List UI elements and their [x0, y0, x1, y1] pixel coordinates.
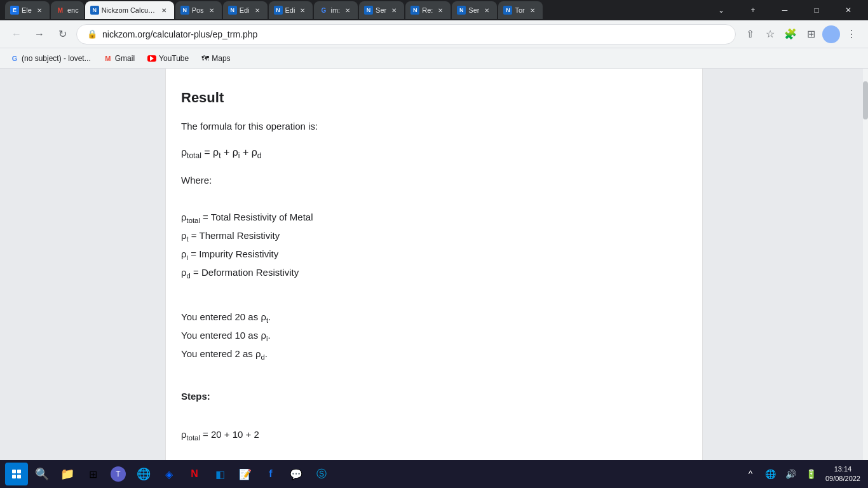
def-sub-total: total [187, 217, 200, 224]
menu-icon[interactable]: ⋮ [843, 25, 860, 43]
tab-close-pos[interactable]: ✕ [207, 5, 217, 15]
tab-nickzom[interactable]: N Nickzom Calculator ✕ [85, 1, 174, 19]
share-icon[interactable]: ⇧ [741, 25, 759, 43]
maximize-button[interactable]: □ [802, 0, 831, 20]
result-heading: Result [181, 86, 687, 109]
toolbar-icons: ⇧ ☆ 🧩 ⊞ ⋮ [741, 25, 860, 43]
def-deformation: ρd = Deformation Resistivity [181, 264, 687, 282]
formula-intro: The formula for this operation is: [181, 119, 687, 134]
profile-avatar[interactable] [822, 25, 840, 43]
entered-pd: You entered 2 as ρd. [181, 345, 687, 363]
tab-close-res[interactable]: ✕ [435, 5, 445, 15]
tab-favicon-tor: N [503, 6, 512, 15]
tab-favicon-res: N [410, 6, 419, 15]
bookmark-maps[interactable]: 🗺 Maps [196, 53, 235, 64]
formula-sub-i: i [238, 151, 240, 160]
bookmark-youtube[interactable]: YouTube [142, 53, 194, 64]
tab-favicon-n: N [90, 6, 99, 15]
tab-title-tor: Tor [515, 6, 524, 14]
split-screen-icon[interactable]: ⊞ [802, 25, 820, 43]
google-favicon: G [10, 54, 19, 63]
tab-close-n[interactable]: ✕ [159, 5, 169, 15]
back-button[interactable]: ← [8, 25, 25, 43]
tab-close-ser[interactable]: ✕ [389, 5, 399, 15]
steps-label: Steps: [181, 389, 687, 404]
forward-button[interactable]: → [31, 25, 48, 43]
star-icon[interactable]: ☆ [761, 25, 779, 43]
maps-favicon: 🗺 [201, 54, 209, 63]
tab-title-n: Nickzom Calculator [102, 6, 156, 14]
tab-enc[interactable]: M enc [51, 1, 84, 19]
calc-sub-total: total [187, 434, 200, 442]
tab-close-ele[interactable]: ✕ [34, 5, 44, 15]
calc-line: ρtotal = 20 + 10 + 2 [181, 427, 687, 444]
bookmark-label-maps: Maps [212, 54, 230, 63]
bookmark-label-gmail: Gmail [115, 54, 135, 63]
scrollbar-thumb[interactable] [863, 81, 868, 119]
entered-sub-d: d [261, 353, 265, 361]
window-controls: ⌄ + ─ □ ✕ [707, 0, 863, 20]
right-margin [785, 69, 868, 460]
chevron-down-button[interactable]: ⌄ [707, 0, 736, 20]
tab-title-edi2: Edi [285, 6, 295, 14]
tab-favicon-ele: E [10, 6, 19, 15]
lock-icon: 🔒 [87, 29, 97, 39]
entered-sub-t: t [266, 316, 268, 324]
bookmark-label-no-subject: (no subject) - lovet... [22, 54, 91, 63]
def-thermal: ρt = Thermal Resistivity [181, 227, 687, 245]
tab-favicon-enc: M [56, 6, 65, 15]
address-bar: ← → ↻ 🔒 nickzom.org/calculator-plus/ep_t… [0, 20, 868, 48]
tab-favicon-edi2: N [274, 6, 283, 15]
refresh-button[interactable]: ↻ [53, 25, 71, 43]
new-tab-button[interactable]: + [738, 0, 768, 20]
bookmark-no-subject[interactable]: G (no subject) - lovet... [5, 53, 96, 64]
tab-title-ele: Ele [22, 6, 32, 14]
tab-close-tor[interactable]: ✕ [527, 5, 538, 15]
tab-edi2[interactable]: N Edi ✕ [269, 1, 313, 19]
tab-edi[interactable]: N Edi ✕ [223, 1, 268, 19]
entered-sub-i: i [266, 335, 268, 342]
where-label: Where: [181, 173, 687, 188]
tab-tor[interactable]: N Tor ✕ [498, 1, 542, 19]
tab-close-edi2[interactable]: ✕ [297, 5, 308, 15]
tab-favicon-edi: N [228, 6, 237, 15]
browser-content: Result The formula for this operation is… [165, 69, 703, 460]
tab-title-gimg: im: [330, 6, 340, 14]
formula-line: ρtotal = ρt + ρi + ρd [181, 144, 687, 162]
bookmark-gmail[interactable]: M Gmail [98, 53, 140, 64]
tab-title-res: Re: [422, 6, 433, 14]
tab-pos[interactable]: N Pos ✕ [175, 1, 222, 19]
where-section: Where: ρtotal = Total Resistivity of Met… [181, 173, 687, 283]
youtube-favicon [147, 55, 156, 62]
tab-elements[interactable]: E Ele ✕ [5, 1, 50, 19]
steps-section: Steps: ρtotal = 20 + 10 + 2 ρtotal = 32 [181, 374, 687, 460]
tab-strip: E Ele ✕ M enc N Nickzom Calculator ✕ N P… [5, 1, 699, 19]
tab-title-ser: Ser [376, 6, 386, 14]
extensions-icon[interactable]: 🧩 [782, 25, 799, 43]
entered-pi: You entered 10 as ρi. [181, 327, 687, 345]
tab-favicon-gimg: G [319, 6, 328, 15]
tab-res[interactable]: N Re: ✕ [405, 1, 451, 19]
def-sub-i: i [187, 254, 189, 261]
def-sub-d: d [187, 272, 191, 280]
tab-ser[interactable]: N Ser ✕ [359, 1, 404, 19]
entered-section: You entered 20 as ρt. You entered 10 as … [181, 293, 687, 364]
url-bar[interactable]: 🔒 nickzom.org/calculator-plus/ep_trm.php [76, 24, 736, 44]
tab-ser2[interactable]: N Ser ✕ [452, 1, 497, 19]
def-total: ρtotal = Total Resistivity of Metal [181, 208, 687, 227]
content-area: Result The formula for this operation is… [166, 79, 702, 460]
minimize-button[interactable]: ─ [770, 0, 799, 20]
tab-title-edi: Edi [240, 6, 250, 14]
tab-close-ser2[interactable]: ✕ [482, 5, 492, 15]
tab-favicon-ser: N [364, 6, 373, 15]
scrollbar[interactable] [863, 69, 868, 460]
close-button[interactable]: ✕ [834, 0, 863, 20]
tab-close-gimg[interactable]: ✕ [342, 5, 353, 15]
tab-favicon-ser2: N [457, 6, 466, 15]
bookmark-label-youtube: YouTube [159, 54, 189, 63]
tab-gimg[interactable]: G im: ✕ [314, 1, 358, 19]
gmail-favicon: M [104, 54, 112, 63]
def-sub-t: t [187, 235, 189, 243]
tab-close-edi[interactable]: ✕ [252, 5, 262, 15]
bookmarks-bar: G (no subject) - lovet... M Gmail YouTub… [0, 48, 868, 69]
